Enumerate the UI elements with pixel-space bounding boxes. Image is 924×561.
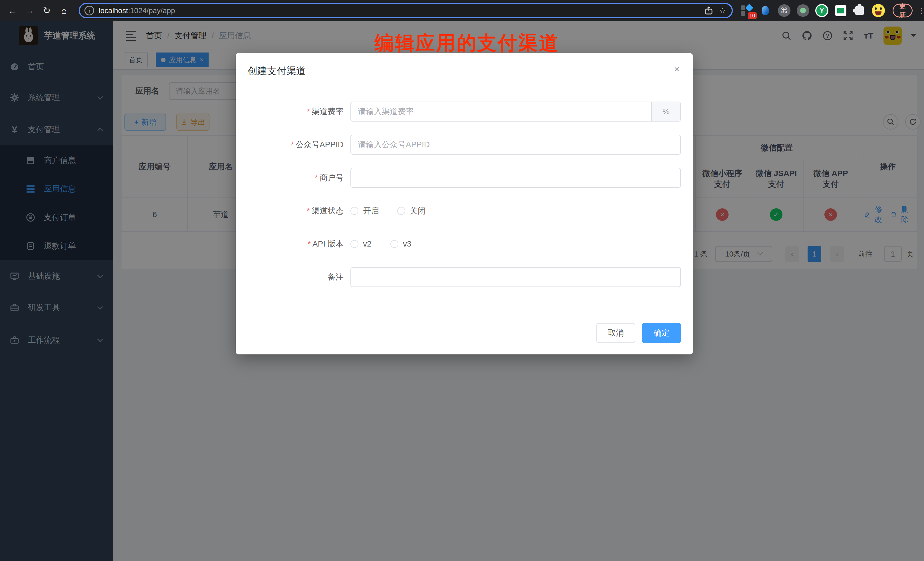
dialog-title: 创建支付渠道: [248, 64, 306, 78]
cancel-button[interactable]: 取消: [596, 323, 635, 343]
reload-icon[interactable]: ↻: [40, 4, 54, 17]
create-channel-dialog: 创建支付渠道 × *渠道费率 % *公众号APPID *商户号: [236, 53, 693, 354]
extensions-area: 10 ⌘ Y 更新 ⋮: [740, 4, 923, 17]
status-radio-closed[interactable]: 关闭: [397, 201, 426, 221]
extension-chat-icon[interactable]: [834, 4, 848, 17]
extensions-puzzle-icon[interactable]: [853, 4, 866, 17]
browser-menu-icon[interactable]: ⋮: [918, 6, 923, 15]
extension-yudao-icon[interactable]: Y: [815, 4, 829, 17]
rate-input[interactable]: [350, 102, 681, 122]
radio-icon: [397, 207, 405, 215]
merchant-input[interactable]: [350, 168, 681, 188]
profile-avatar[interactable]: [872, 4, 885, 17]
screen: ← → ↻ ⌂ i localhost :1024/pay/app ☆ 10 ⌘…: [0, 0, 924, 561]
api-radio-v3[interactable]: v3: [390, 234, 411, 254]
radio-icon: [390, 240, 398, 248]
remark-label: 备注: [236, 267, 344, 287]
api-radio-v2[interactable]: v2: [350, 234, 372, 254]
api-version-label: *API 版本: [236, 234, 344, 254]
extension-diamond-icon[interactable]: 10: [740, 4, 753, 17]
radio-icon: [350, 207, 358, 215]
extension-badge: 10: [748, 12, 757, 19]
extension-command-icon[interactable]: ⌘: [777, 4, 791, 17]
home-icon[interactable]: ⌂: [57, 4, 71, 17]
site-info-icon[interactable]: i: [84, 6, 94, 15]
status-label: *渠道状态: [236, 201, 344, 221]
extension-recorder-icon[interactable]: [796, 4, 810, 17]
bookmark-star-icon[interactable]: ☆: [716, 4, 729, 17]
remark-input[interactable]: [350, 267, 681, 287]
chrome-update-button[interactable]: 更新: [892, 4, 913, 17]
browser-toolbar: ← → ↻ ⌂ i localhost :1024/pay/app ☆ 10 ⌘…: [0, 0, 924, 21]
status-radio-open[interactable]: 开启: [350, 201, 379, 221]
percent-suffix: %: [651, 102, 680, 121]
back-icon[interactable]: ←: [6, 4, 20, 17]
confirm-button[interactable]: 确定: [642, 323, 681, 343]
appid-label: *公众号APPID: [236, 135, 344, 154]
annotation-text: 编辑应用的支付渠道: [374, 30, 559, 56]
forward-icon[interactable]: →: [23, 4, 36, 17]
url-path: :1024/pay/app: [128, 6, 175, 15]
close-icon[interactable]: ×: [671, 63, 682, 75]
radio-icon: [350, 240, 358, 248]
extension-kite-icon[interactable]: [759, 4, 772, 17]
appid-input[interactable]: [350, 135, 681, 154]
address-bar[interactable]: i localhost :1024/pay/app ☆: [79, 3, 733, 18]
app-window: 芋道管理系统 首页 系统管理 ¥ 支付管理: [0, 21, 924, 561]
rate-label: *渠道费率: [236, 102, 344, 122]
share-icon[interactable]: [702, 4, 716, 17]
url-host: localhost: [99, 6, 128, 15]
merchant-label: *商户号: [236, 168, 344, 188]
